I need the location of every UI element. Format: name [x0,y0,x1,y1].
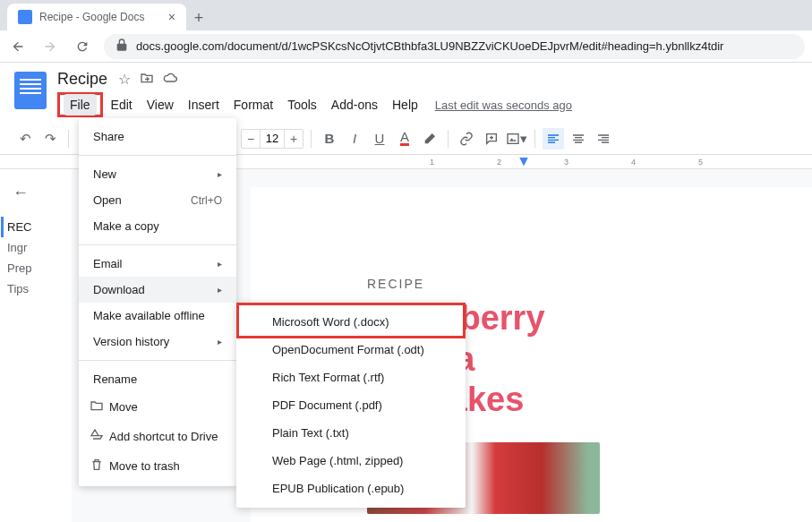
download-odt[interactable]: OpenDocument Format (.odt) [236,336,466,364]
submenu-arrow-icon: ▸ [218,337,222,347]
file-menu-open[interactable]: OpenCtrl+O [79,187,236,213]
underline-button[interactable]: U [369,128,390,150]
menu-addons[interactable]: Add-ons [325,94,384,116]
menu-format[interactable]: Format [227,94,279,116]
menu-tools[interactable]: Tools [281,94,323,116]
align-right-button[interactable] [593,128,614,150]
menubar: File Edit View Insert Format Tools Add-o… [57,92,798,117]
file-menu-copy[interactable]: Make a copy [79,213,236,239]
outline-item[interactable]: Ingr [7,237,64,258]
download-html[interactable]: Web Page (.html, zipped) [236,447,466,475]
menu-file[interactable]: File [64,94,97,116]
outline-back-icon[interactable]: ← [13,184,64,202]
outline-item[interactable]: Prep [7,258,64,278]
file-menu-trash[interactable]: Move to trash [79,451,236,481]
file-menu-email[interactable]: Email▸ [79,251,236,277]
menu-view[interactable]: View [141,94,180,116]
file-menu-new[interactable]: New▸ [79,161,236,187]
align-left-button[interactable] [543,128,564,150]
submenu-arrow-icon: ▸ [218,285,222,295]
file-menu-shortcut[interactable]: Add shortcut to Drive [79,422,236,451]
download-submenu: Microsoft Word (.docx) OpenDocument Form… [236,303,466,508]
indent-marker-icon[interactable] [519,158,528,167]
browser-toolbar: docs.google.com/document/d/1wcPSKcsNcOtj… [0,30,812,63]
doc-title[interactable]: Recipe [57,70,107,89]
download-pdf[interactable]: PDF Document (.pdf) [236,391,466,419]
menu-help[interactable]: Help [386,94,424,116]
star-icon[interactable]: ☆ [118,71,131,89]
docs-favicon [18,10,32,24]
file-menu-version[interactable]: Version history▸ [79,329,236,355]
outline-panel: ← REC Ingr Prep Tips [0,169,72,522]
menu-insert[interactable]: Insert [182,94,226,116]
url-text: docs.google.com/document/d/1wcPSKcsNcOtj… [136,39,723,53]
menu-edit[interactable]: Edit [105,94,139,116]
svg-rect-0 [508,133,518,143]
last-edit-link[interactable]: Last edit was seconds ago [435,98,572,112]
font-size-increase[interactable]: + [285,130,303,148]
file-menu-rename[interactable]: Rename [79,366,236,392]
file-menu-offline[interactable]: Make available offline [79,303,236,329]
reload-button[interactable] [72,36,93,57]
folder-icon [90,398,106,415]
submenu-arrow-icon: ▸ [218,259,222,269]
browser-tab[interactable]: Recipe - Google Docs × [7,4,186,30]
file-menu-download[interactable]: Download▸ [79,277,236,303]
file-menu-share[interactable]: Share [79,124,236,150]
download-txt[interactable]: Plain Text (.txt) [236,419,466,447]
download-docx[interactable]: Microsoft Word (.docx) [236,308,466,336]
browser-tab-strip: Recipe - Google Docs × + [0,0,812,30]
insert-image-button[interactable]: ▾ [506,128,527,150]
bold-button[interactable]: B [319,128,340,150]
docs-header: Recipe ☆ File Edit View Insert Format To… [0,63,812,117]
tab-title: Recipe - Google Docs [39,11,144,23]
highlight-button[interactable] [419,128,440,150]
drive-shortcut-icon [90,428,106,445]
font-size-control: − 12 + [241,129,303,149]
recipe-label: RECIPE [367,277,812,291]
new-tab-button[interactable]: + [186,5,211,30]
file-menu-dropdown: Share New▸ OpenCtrl+O Make a copy Email▸… [79,118,236,486]
file-menu-move[interactable]: Move [79,392,236,422]
submenu-arrow-icon: ▸ [218,169,222,179]
close-tab-icon[interactable]: × [168,10,175,24]
outline-item[interactable]: Tips [7,278,64,299]
redo-button[interactable]: ↷ [39,128,61,150]
cloud-status-icon[interactable] [163,71,177,89]
outline-item[interactable]: REC [1,217,64,237]
font-size-value[interactable]: 12 [260,130,285,148]
forward-button[interactable] [39,36,61,57]
insert-link-button[interactable] [456,128,477,150]
italic-button[interactable]: I [344,128,365,150]
address-bar[interactable]: docs.google.com/document/d/1wcPSKcsNcOtj… [104,34,805,59]
docs-logo-icon[interactable] [14,72,47,109]
comment-button[interactable] [481,128,502,150]
back-button[interactable] [7,36,29,57]
lock-icon [115,38,129,55]
text-color-button[interactable]: A [394,128,415,150]
font-size-decrease[interactable]: − [242,130,260,148]
move-folder-icon[interactable] [140,71,154,89]
undo-button[interactable]: ↶ [14,128,36,150]
file-menu-highlight: File [57,92,103,117]
download-epub[interactable]: EPUB Publication (.epub) [236,475,466,502]
trash-icon [90,458,106,475]
download-rtf[interactable]: Rich Text Format (.rtf) [236,364,466,391]
align-center-button[interactable] [568,128,589,150]
